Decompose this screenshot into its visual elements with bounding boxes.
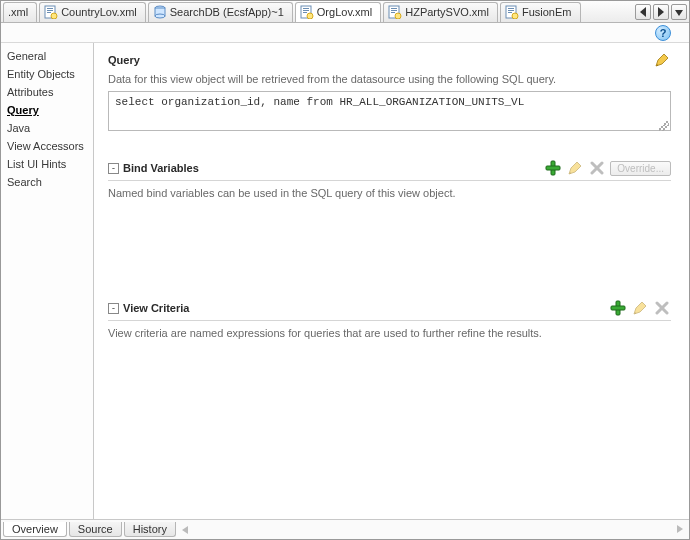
xml-file-icon — [44, 5, 58, 19]
override-button: Override... — [610, 161, 671, 176]
sidebar-nav: General Entity Objects Attributes Query … — [1, 43, 94, 519]
sidebar-item-attributes[interactable]: Attributes — [1, 83, 93, 101]
bottom-tab-overview[interactable]: Overview — [3, 522, 67, 537]
tab-label: FusionEm — [522, 6, 572, 18]
edit-bind-variable-icon — [566, 159, 584, 177]
tab-searchdb[interactable]: SearchDB (EcsfApp)~1 — [148, 2, 293, 22]
view-criteria-title: View Criteria — [123, 302, 189, 314]
bind-variables-expander[interactable]: - — [108, 163, 119, 174]
bottom-tab-history[interactable]: History — [124, 522, 176, 537]
bottom-tab-scroll-right-icon — [675, 523, 685, 537]
bind-variables-section: - Bind Variables Override... Named bind … — [108, 159, 671, 199]
sidebar-item-view-accessors[interactable]: View Accessors — [1, 137, 93, 155]
add-view-criteria-icon[interactable] — [609, 299, 627, 317]
tab-scroll-right-button[interactable] — [653, 4, 669, 20]
svg-marker-18 — [677, 525, 683, 533]
delete-bind-variable-icon — [588, 159, 606, 177]
tab-list-dropdown-button[interactable] — [671, 4, 687, 20]
tab-orglov[interactable]: OrgLov.xml — [295, 2, 381, 22]
db-icon — [153, 5, 167, 19]
delete-view-criteria-icon — [653, 299, 671, 317]
bottom-tabstrip: Overview Source History — [1, 520, 689, 539]
bind-variables-description: Named bind variables can be used in the … — [108, 187, 671, 199]
sidebar-item-general[interactable]: General — [1, 47, 93, 65]
main-area: General Entity Objects Attributes Query … — [1, 43, 689, 520]
sidebar-item-query[interactable]: Query — [1, 101, 93, 119]
tab-label: .xml — [8, 6, 28, 18]
toolbar-row: ? — [1, 23, 689, 43]
tab-countrylov[interactable]: CountryLov.xml — [39, 2, 146, 22]
bind-variables-title: Bind Variables — [123, 162, 199, 174]
query-description: Data for this view object will be retrie… — [108, 73, 671, 85]
xml-file-icon — [505, 5, 519, 19]
edit-query-icon[interactable] — [653, 51, 671, 69]
view-criteria-description: View criteria are named expressions for … — [108, 327, 671, 339]
query-section-header: Query — [108, 51, 671, 69]
edit-view-criteria-icon — [631, 299, 649, 317]
content-pane: Query Data for this view object will be … — [94, 43, 689, 519]
editor-tabstrip: .xml CountryLov.xml SearchDB (EcsfApp)~1… — [1, 1, 689, 23]
tab-scroll-left-button[interactable] — [635, 4, 651, 20]
tab-nav-controls — [633, 4, 689, 20]
tab-hzpartysvo[interactable]: HZPartySVO.xml — [383, 2, 498, 22]
help-icon[interactable]: ? — [655, 25, 671, 41]
xml-file-icon — [388, 5, 402, 19]
sidebar-item-search[interactable]: Search — [1, 173, 93, 191]
tab-fusionem[interactable]: FusionEm — [500, 2, 581, 22]
tab-label: CountryLov.xml — [61, 6, 137, 18]
xml-file-icon — [300, 5, 314, 19]
bottom-tab-source[interactable]: Source — [69, 522, 122, 537]
sidebar-item-entity-objects[interactable]: Entity Objects — [1, 65, 93, 83]
tab-label: HZPartySVO.xml — [405, 6, 489, 18]
view-criteria-section: - View Criteria View criteria are named … — [108, 299, 671, 339]
add-bind-variable-icon[interactable] — [544, 159, 562, 177]
tab-xml-fragment[interactable]: .xml — [3, 2, 37, 22]
tab-label: SearchDB (EcsfApp)~1 — [170, 6, 284, 18]
query-section-title: Query — [108, 54, 140, 66]
sidebar-item-list-ui-hints[interactable]: List UI Hints — [1, 155, 93, 173]
svg-marker-17 — [182, 526, 188, 534]
view-criteria-expander[interactable]: - — [108, 303, 119, 314]
sidebar-item-java[interactable]: Java — [1, 119, 93, 137]
tab-label: OrgLov.xml — [317, 6, 372, 18]
sql-textarea[interactable] — [108, 91, 671, 131]
bottom-tab-scroll-left-icon — [180, 524, 190, 536]
